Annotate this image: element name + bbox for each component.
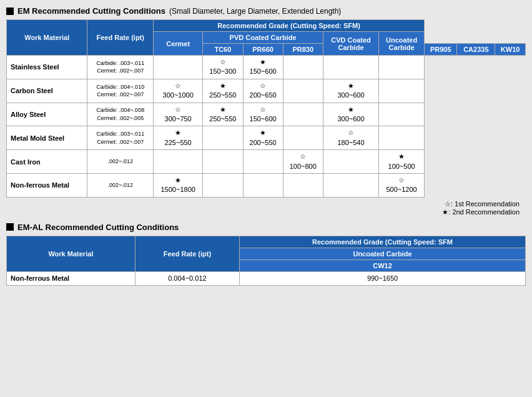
row-feed: .002~.012 <box>87 173 154 197</box>
row-tc60: ☆ 300~1000 <box>154 79 203 103</box>
row-ca2335: ☆ 180~540 <box>323 126 378 150</box>
row-material: Alloy Steel <box>7 103 87 126</box>
col-tc60: TC60 <box>203 44 243 56</box>
row-pr830: ★ 150~600 <box>243 56 283 79</box>
s2-row-feed: 0.004~0.012 <box>135 271 239 285</box>
row-tc60 <box>154 56 203 79</box>
row-ca2335 <box>323 173 378 197</box>
s2-header-sub: Uncoated Carbide <box>240 248 526 259</box>
s2-col-feed-rate: Feed Rate (ipt) <box>135 236 239 271</box>
row-pr830: ☆ 150~600 <box>243 103 283 126</box>
row-pr830 <box>243 150 283 174</box>
section2-table: Work Material Feed Rate (ipt) Recommende… <box>6 236 526 286</box>
row-feed: Carbide: .004~.010 Cermet: .002~.007 <box>87 79 154 103</box>
row-tc60: ★ 225~550 <box>154 126 203 150</box>
row-kw10: ☆ 500~1200 <box>379 173 425 197</box>
row-pr905 <box>283 126 323 150</box>
row-material: Stainless Steel <box>7 56 87 79</box>
section1: EM Recommended Cutting Conditions (Small… <box>6 6 526 216</box>
section2: EM-AL Recommended Cutting Conditions Wor… <box>6 223 526 286</box>
row-pr830: ★ 200~550 <box>243 126 283 150</box>
section1-legend: ☆: 1st Recommendation ★: 2nd Recommendat… <box>6 200 526 216</box>
header-recommended-grade: Recommended Grade (Cutting Speed: SFM) <box>154 20 425 32</box>
col-pr660: PR660 <box>243 44 283 56</box>
col-kw10: KW10 <box>495 44 526 56</box>
row-material: Cast Iron <box>7 150 87 174</box>
row-feed: Carbide: .004~.008 Cermet: .002~.005 <box>87 103 154 126</box>
row-feed: Carbide: .003~.011 Cermet: .002~.007 <box>87 56 154 79</box>
row-material: Non-ferrous Metal <box>7 173 87 197</box>
col-feed-rate: Feed Rate (ipt) <box>87 20 154 56</box>
row-kw10 <box>379 126 425 150</box>
row-pr830 <box>243 173 283 197</box>
row-kw10: ★ 100~500 <box>379 150 425 174</box>
row-ca2335 <box>323 56 378 79</box>
row-ca2335 <box>323 150 378 174</box>
section2-square-icon <box>6 223 14 231</box>
col-pr830: PR830 <box>283 44 323 56</box>
section1-title: EM Recommended Cutting Conditions (Small… <box>6 6 526 16</box>
row-material: Metal Mold Steel <box>7 126 87 150</box>
legend-2nd: ★: 2nd Recommendation <box>6 208 520 216</box>
col-work-material: Work Material <box>7 20 87 56</box>
row-pr905: ☆ 100~800 <box>283 150 323 174</box>
col-cermet: Cermet <box>154 32 203 56</box>
s2-row-cw12: 990~1650 <box>240 271 526 285</box>
row-tc60 <box>154 150 203 174</box>
section1-table: Work Material Feed Rate (ipt) Recommende… <box>6 19 526 198</box>
row-pr830: ☆ 200~650 <box>243 79 283 103</box>
col-ca2335: CA2335 <box>457 44 495 56</box>
row-pr905 <box>283 56 323 79</box>
col-pr905: PR905 <box>424 44 456 56</box>
row-feed: Carbide: .003~.011 Cermet: .002~.007 <box>87 126 154 150</box>
row-tc60: ★ 1500~1800 <box>154 173 203 197</box>
col-pvd: PVD Coated Carbide <box>203 32 323 44</box>
row-tc60: ☆ 300~750 <box>154 103 203 126</box>
legend-1st: ☆: 1st Recommendation <box>6 200 520 208</box>
row-pr660: ☆ 150~300 <box>203 56 243 79</box>
row-feed: .002~.012 <box>87 150 154 174</box>
row-pr660 <box>203 173 243 197</box>
row-ca2335: ★ 300~600 <box>323 103 378 126</box>
row-pr660: ★ 250~550 <box>203 79 243 103</box>
col-uncoated: UncoatedCarbide <box>379 32 425 56</box>
row-pr660: ★ 250~550 <box>203 103 243 126</box>
section2-title: EM-AL Recommended Cutting Conditions <box>6 223 526 232</box>
row-pr660 <box>203 126 243 150</box>
section1-square-icon <box>6 8 14 15</box>
row-ca2335: ★ 300~600 <box>323 79 378 103</box>
s2-header-grade: CW12 <box>240 259 526 271</box>
row-kw10 <box>379 56 425 79</box>
row-pr905 <box>283 173 323 197</box>
col-cvd: CVD CoatedCarbide <box>323 32 378 56</box>
row-pr660 <box>203 150 243 174</box>
row-material: Carbon Steel <box>7 79 87 103</box>
s2-col-work-material: Work Material <box>7 236 135 271</box>
row-pr905 <box>283 79 323 103</box>
row-kw10 <box>379 79 425 103</box>
row-pr905 <box>283 103 323 126</box>
s2-row-material: Non-ferrous Metal <box>7 271 135 285</box>
row-kw10 <box>379 103 425 126</box>
s2-header-main: Recommended Grade (Cutting Speed: SFM <box>240 236 526 248</box>
